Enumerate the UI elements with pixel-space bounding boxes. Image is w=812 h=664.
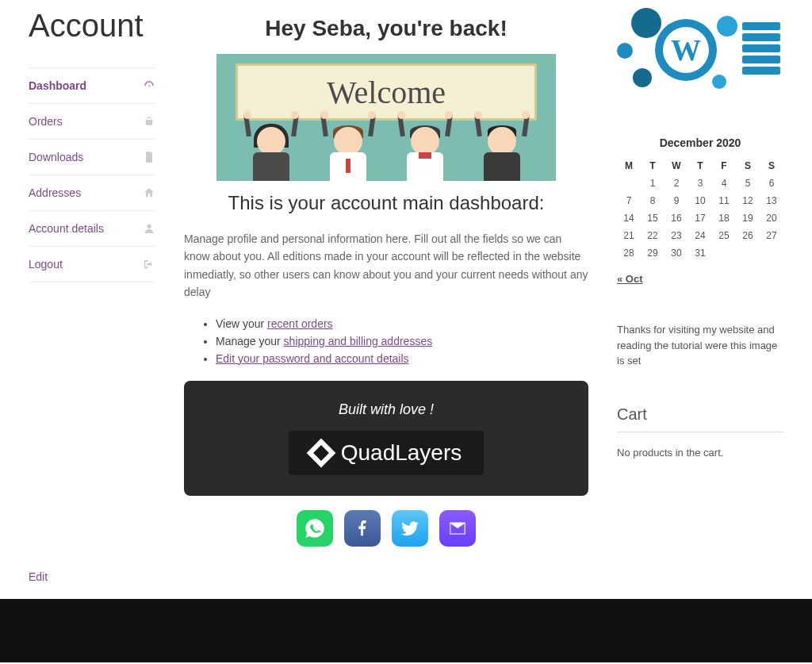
calendar-day[interactable]: 8 xyxy=(641,192,665,209)
nav-orders[interactable]: Orders xyxy=(29,104,155,140)
addresses-link[interactable]: shipping and billing addresses xyxy=(284,335,433,347)
calendar-header: T xyxy=(688,157,712,175)
cart-divider xyxy=(617,432,783,432)
edit-link[interactable]: Edit xyxy=(0,562,812,599)
whatsapp-icon[interactable] xyxy=(297,510,333,547)
calendar-day[interactable]: 15 xyxy=(641,209,665,227)
prev-month-link[interactable]: « Oct xyxy=(617,273,643,285)
page-title: Account xyxy=(29,8,155,44)
calendar-day[interactable]: 10 xyxy=(688,192,712,209)
account-nav: Dashboard Orders Downloads Addresses xyxy=(29,67,155,282)
calendar-header: F xyxy=(712,157,736,175)
calendar-header: S xyxy=(736,157,760,175)
calendar-day xyxy=(617,175,641,192)
calendar-header: M xyxy=(617,157,641,175)
facebook-icon[interactable] xyxy=(344,510,381,547)
dashboard-subheading: This is your account main dashboard: xyxy=(184,192,588,214)
file-icon xyxy=(143,151,155,163)
nav-label: Account details xyxy=(29,222,104,235)
action-list: View your recent orders Manage your ship… xyxy=(184,317,588,365)
home-icon xyxy=(143,186,155,199)
cart-heading: Cart xyxy=(617,405,783,424)
nav-addresses[interactable]: Addresses xyxy=(29,175,155,211)
calendar-widget: December 2020 MTWTFSS 123456789101112131… xyxy=(617,136,783,286)
user-icon xyxy=(143,222,155,235)
calendar-day[interactable]: 16 xyxy=(665,209,688,227)
built-with-box: Built with love ! QuadLayers xyxy=(184,381,588,496)
calendar-day[interactable]: 24 xyxy=(688,227,712,244)
visit-text: Thanks for visiting my website and readi… xyxy=(617,322,783,369)
basket-icon xyxy=(143,115,155,128)
calendar-day[interactable]: 30 xyxy=(665,244,688,262)
calendar-header: W xyxy=(665,157,688,175)
calendar-day xyxy=(760,244,783,262)
calendar-table: MTWTFSS 12345678910111213141516171819202… xyxy=(617,157,783,262)
built-text: Built with love ! xyxy=(205,401,568,418)
nav-label: Dashboard xyxy=(29,79,86,92)
calendar-day[interactable]: 27 xyxy=(760,227,783,244)
calendar-day[interactable]: 19 xyxy=(736,209,760,227)
recent-orders-link[interactable]: recent orders xyxy=(267,317,332,330)
action-manage-addresses: Manage your shipping and billing address… xyxy=(216,335,588,347)
calendar-day[interactable]: 9 xyxy=(665,192,688,209)
calendar-day[interactable]: 18 xyxy=(712,209,736,227)
calendar-day[interactable]: 14 xyxy=(617,209,641,227)
calendar-day[interactable]: 5 xyxy=(736,175,760,192)
wordpress-gears-logo: W xyxy=(617,8,780,97)
calendar-day[interactable]: 25 xyxy=(712,227,736,244)
calendar-day[interactable]: 12 xyxy=(736,192,760,209)
email-icon[interactable] xyxy=(439,510,476,547)
calendar-day[interactable]: 11 xyxy=(712,192,736,209)
calendar-day[interactable]: 31 xyxy=(688,244,712,262)
calendar-day[interactable]: 28 xyxy=(617,244,641,262)
signout-icon xyxy=(143,258,155,271)
cart-empty-text: No products in the cart. xyxy=(617,447,783,459)
calendar-day[interactable]: 23 xyxy=(665,227,688,244)
calendar-day[interactable]: 1 xyxy=(641,175,665,192)
nav-downloads[interactable]: Downloads xyxy=(29,140,155,175)
calendar-caption: December 2020 xyxy=(617,136,783,149)
action-view-orders: View your recent orders xyxy=(216,317,588,330)
dashboard-icon xyxy=(143,79,155,92)
calendar-day[interactable]: 3 xyxy=(688,175,712,192)
calendar-day[interactable]: 17 xyxy=(688,209,712,227)
calendar-day[interactable]: 22 xyxy=(641,227,665,244)
page-footer xyxy=(0,599,812,662)
calendar-day[interactable]: 26 xyxy=(736,227,760,244)
dashboard-description: Manage profile and personal information … xyxy=(184,230,588,301)
nav-label: Downloads xyxy=(29,151,83,163)
welcome-heading: Hey Seba, you're back! xyxy=(184,16,588,41)
welcome-sign-text: Welcome xyxy=(236,63,537,121)
brand-name: QuadLayers xyxy=(341,440,462,466)
calendar-day[interactable]: 13 xyxy=(760,192,783,209)
calendar-day xyxy=(736,244,760,262)
nav-dashboard[interactable]: Dashboard xyxy=(29,67,155,104)
edit-account-link[interactable]: Edit your password and account details xyxy=(216,352,409,365)
nav-label: Addresses xyxy=(29,186,81,199)
calendar-day[interactable]: 6 xyxy=(760,175,783,192)
svg-point-0 xyxy=(147,225,151,228)
nav-account-details[interactable]: Account details xyxy=(29,211,155,247)
calendar-day[interactable]: 7 xyxy=(617,192,641,209)
quadlayers-logo: QuadLayers xyxy=(289,431,485,475)
calendar-day[interactable]: 2 xyxy=(665,175,688,192)
diamond-icon xyxy=(306,438,335,467)
nav-label: Logout xyxy=(29,258,63,271)
nav-logout[interactable]: Logout xyxy=(29,247,155,282)
calendar-header: S xyxy=(760,157,783,175)
action-edit-account: Edit your password and account details xyxy=(216,352,588,365)
nav-label: Orders xyxy=(29,115,63,128)
calendar-day[interactable]: 21 xyxy=(617,227,641,244)
calendar-day[interactable]: 29 xyxy=(641,244,665,262)
calendar-day xyxy=(712,244,736,262)
welcome-banner: Welcome xyxy=(216,54,556,181)
calendar-day[interactable]: 20 xyxy=(760,209,783,227)
social-row xyxy=(184,510,588,547)
calendar-header: T xyxy=(641,157,665,175)
calendar-day[interactable]: 4 xyxy=(712,175,736,192)
twitter-icon[interactable] xyxy=(392,510,428,547)
